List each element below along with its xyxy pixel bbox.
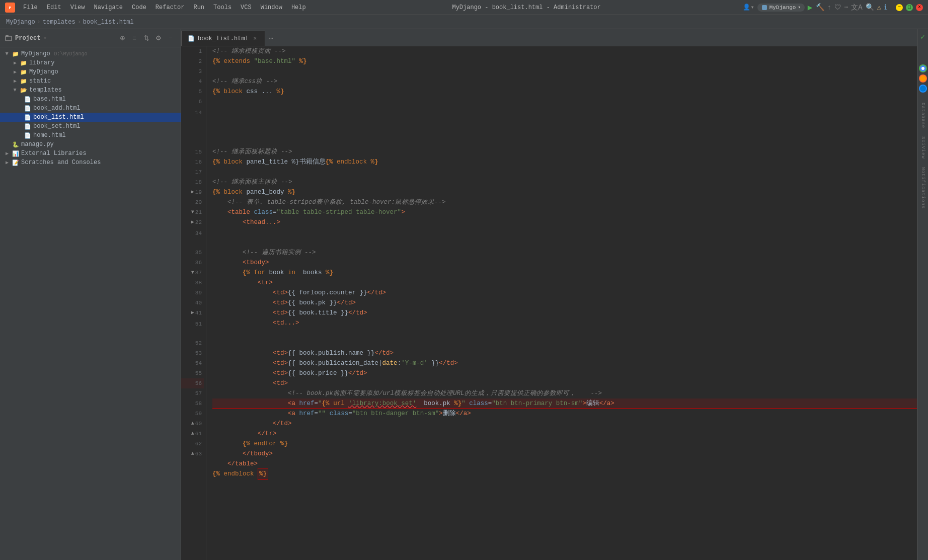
project-dropdown[interactable]: ▾ [43, 35, 46, 41]
ln-39: 39 [195, 288, 202, 298]
menu-navigate[interactable]: Navigate [90, 2, 127, 13]
menu-tools[interactable]: Tools [209, 2, 236, 13]
fold-63[interactable]: ▲ [191, 449, 194, 459]
arrow-scratches: ▶ [4, 159, 10, 166]
tab-close-button[interactable]: × [252, 35, 259, 42]
code-line-61: </tbody> [212, 449, 917, 459]
file-icon-manage: 🐍 [12, 141, 19, 148]
edge-icon[interactable] [919, 85, 927, 93]
close-button[interactable]: × [916, 4, 923, 11]
attr-class-57: class [330, 409, 349, 419]
fold-21[interactable]: ▼ [191, 207, 194, 217]
sp-books: books [295, 268, 326, 278]
fold-41[interactable]: ▶ [191, 308, 194, 318]
notifications-tab[interactable]: Notifications [920, 165, 925, 211]
breadcrumb-templates[interactable]: templates [43, 19, 75, 26]
menu-file[interactable]: File [19, 2, 42, 13]
str-class-56: "btn btn-primary btn-sm" [492, 398, 582, 409]
file-icon-book-list: 📄 [24, 114, 31, 121]
database-tab[interactable]: Database [920, 101, 925, 130]
project-path: D:\MyDjango [54, 51, 88, 57]
tree-item-home-html[interactable]: 📄 home.html [0, 131, 181, 140]
tree-item-mydjango[interactable]: ▶ 📁 MyDjango [0, 67, 181, 76]
menu-edit[interactable]: Edit [43, 2, 65, 13]
coverage-button[interactable]: 🛡 [834, 4, 841, 12]
fold-19[interactable]: ▶ [191, 187, 194, 197]
code-line-63: {% endblock %} [212, 469, 917, 479]
editor-tab-book-list[interactable]: 📄 book_list.html × [181, 31, 265, 46]
sp-pk2: book.pk [416, 398, 454, 409]
locate-file-button[interactable]: ⊕ [117, 33, 127, 43]
fold-61[interactable]: ▲ [191, 429, 194, 439]
menu-code[interactable]: Code [128, 2, 150, 13]
browser-icons[interactable] [919, 64, 927, 93]
fold-37[interactable]: ▼ [191, 268, 194, 278]
tree-item-scratches[interactable]: ▶ 📝 Scratches and Consoles [0, 158, 181, 167]
title-bar: P File Edit View Navigate Code Refactor … [0, 0, 928, 15]
tree-item-book-list-html[interactable]: 📄 book_list.html [0, 113, 181, 122]
account-icon[interactable]: 👤▾ [743, 4, 754, 11]
profile-section[interactable]: MyDjango ▾ [757, 4, 805, 12]
firefox-icon[interactable] [919, 74, 927, 83]
indent-39 [212, 298, 273, 308]
code-editor[interactable]: 1 2 3 4 5 6 14 15 16 17 18 ▶19 20 ▼21 ▶2… [181, 46, 917, 560]
tree-item-external-libs[interactable]: ▶ 📊 External Libraries [0, 149, 181, 158]
fold-60[interactable]: ▲ [191, 419, 194, 429]
menu-window[interactable]: Window [257, 2, 286, 13]
search-everywhere[interactable]: 🔍 [866, 3, 874, 12]
breadcrumb-root[interactable]: MyDjango [6, 19, 35, 26]
profile-name: MyDjango [769, 5, 796, 11]
tree-item-static[interactable]: ▶ 📁 static [0, 76, 181, 86]
collapse-all-button[interactable]: ≡ [129, 33, 139, 43]
tree-item-manage-py[interactable]: 🐍 manage.py [0, 140, 181, 149]
ln-21: 21 [195, 207, 202, 217]
chrome-icon[interactable] [919, 64, 927, 72]
profile-icon [761, 5, 767, 11]
menu-help[interactable]: Help [287, 2, 310, 13]
warning-icon: ⚠ [877, 3, 881, 12]
static-label: static [29, 77, 51, 85]
close-sidebar-button[interactable]: − [166, 33, 176, 43]
expand-button[interactable]: ⇅ [141, 33, 151, 43]
indent-57 [212, 409, 288, 419]
tree-item-base-html[interactable]: 📄 base.html [0, 95, 181, 104]
tree-item-templates[interactable]: ▶ 📂 templates [0, 86, 181, 95]
dt-block-css: {% [212, 87, 224, 97]
indent-34 [212, 248, 243, 258]
tag-td-39-a: <td> [273, 298, 288, 308]
fold-22[interactable]: ▶ [191, 217, 194, 227]
code-content[interactable]: <!-- 继承模板页面 --> {% extends "base.html" %… [206, 46, 917, 560]
run-button[interactable]: ▶ [808, 3, 813, 13]
tab-more-button[interactable]: ⋯ [265, 31, 277, 46]
kw-block-2: block [224, 157, 243, 167]
menu-view[interactable]: View [66, 2, 89, 13]
update-button[interactable]: ↑ [827, 4, 831, 12]
tag-td-40-b: </td> [348, 308, 367, 318]
tree-item-library[interactable]: ▶ 📁 library [0, 58, 181, 67]
window-title: MyDjango - book_list.html - Administrato… [452, 4, 600, 11]
menu-vcs[interactable]: VCS [237, 2, 256, 13]
build-button[interactable]: 🔨 [816, 3, 824, 12]
ln-37: 37 [195, 268, 202, 278]
code-line-59: </tr> [212, 429, 917, 439]
tree-item-book-add-html[interactable]: 📄 book_add.html [0, 104, 181, 113]
menu-refactor[interactable]: Refactor [151, 2, 189, 13]
comment-34: <!-- 遍历书籍实例 --> [243, 248, 316, 258]
more-actions[interactable]: ⋯ [844, 4, 848, 11]
tree-item-book-set-html[interactable]: 📄 book_set.html [0, 122, 181, 131]
code-line-53: <td>{{ book.price }}</td> [212, 368, 917, 378]
folder-icon-static: 📁 [20, 77, 27, 85]
translate-button[interactable]: 文A [851, 3, 862, 12]
eq-56b: = [488, 398, 492, 409]
code-line-3 [212, 66, 917, 76]
menu-run[interactable]: Run [189, 2, 208, 13]
minimize-button[interactable]: − [896, 4, 903, 11]
ln-59: 59 [195, 409, 202, 419]
breadcrumb-file[interactable]: book_list.html [83, 19, 134, 26]
tree-item-project-root[interactable]: ▶ 📁 MyDjango D:\MyDjango [0, 49, 181, 58]
maximize-button[interactable]: □ [906, 4, 913, 11]
tag-td-38-b: </td> [367, 288, 386, 298]
tag-thead: <thead...> [243, 217, 280, 227]
settings-button[interactable]: ⚙ [153, 33, 164, 43]
sciview-tab[interactable]: SciView [920, 134, 925, 161]
